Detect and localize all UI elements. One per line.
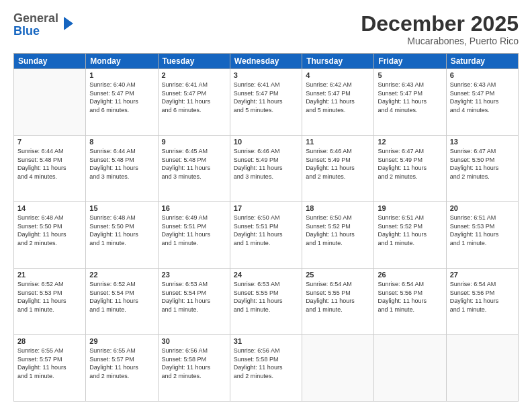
- day-info: Sunrise: 6:40 AM Sunset: 5:47 PM Dayligh…: [89, 81, 154, 114]
- day-info: Sunrise: 6:55 AM Sunset: 5:57 PM Dayligh…: [17, 347, 82, 380]
- day-info: Sunrise: 6:50 AM Sunset: 5:52 PM Dayligh…: [306, 214, 370, 247]
- weekday-header-wednesday: Wednesday: [230, 54, 302, 69]
- day-cell: 29Sunrise: 6:55 AM Sunset: 5:57 PM Dayli…: [86, 335, 158, 402]
- day-info: Sunrise: 6:46 AM Sunset: 5:49 PM Dayligh…: [234, 147, 298, 181]
- day-cell: 24Sunrise: 6:53 AM Sunset: 5:55 PM Dayli…: [230, 269, 302, 335]
- week-row-5: 28Sunrise: 6:55 AM Sunset: 5:57 PM Dayli…: [14, 335, 519, 402]
- day-cell: 19Sunrise: 6:51 AM Sunset: 5:52 PM Dayli…: [374, 202, 446, 269]
- day-info: Sunrise: 6:52 AM Sunset: 5:53 PM Dayligh…: [17, 280, 82, 314]
- title-area: December 2025 Mucarabones, Puerto Rico: [361, 12, 519, 46]
- day-info: Sunrise: 6:43 AM Sunset: 5:47 PM Dayligh…: [450, 81, 515, 114]
- day-cell: [446, 335, 518, 402]
- day-cell: 27Sunrise: 6:54 AM Sunset: 5:56 PM Dayli…: [446, 269, 518, 335]
- calendar-table: SundayMondayTuesdayWednesdayThursdayFrid…: [13, 53, 519, 402]
- day-info: Sunrise: 6:54 AM Sunset: 5:56 PM Dayligh…: [450, 280, 515, 314]
- day-cell: 8Sunrise: 6:44 AM Sunset: 5:48 PM Daylig…: [86, 136, 158, 202]
- day-cell: 13Sunrise: 6:47 AM Sunset: 5:50 PM Dayli…: [446, 136, 518, 202]
- day-info: Sunrise: 6:52 AM Sunset: 5:54 PM Dayligh…: [89, 280, 154, 314]
- day-info: Sunrise: 6:44 AM Sunset: 5:48 PM Dayligh…: [17, 147, 82, 181]
- day-number: 4: [306, 71, 370, 79]
- day-info: Sunrise: 6:44 AM Sunset: 5:48 PM Dayligh…: [89, 147, 154, 181]
- day-cell: 7Sunrise: 6:44 AM Sunset: 5:48 PM Daylig…: [14, 136, 86, 202]
- day-info: Sunrise: 6:53 AM Sunset: 5:54 PM Dayligh…: [162, 280, 226, 314]
- day-cell: 5Sunrise: 6:43 AM Sunset: 5:47 PM Daylig…: [374, 69, 446, 136]
- day-number: 16: [162, 204, 226, 212]
- day-cell: 1Sunrise: 6:40 AM Sunset: 5:47 PM Daylig…: [86, 69, 158, 136]
- day-number: 14: [17, 204, 82, 212]
- day-number: 12: [378, 138, 442, 146]
- day-cell: 3Sunrise: 6:41 AM Sunset: 5:47 PM Daylig…: [230, 69, 302, 136]
- weekday-header-friday: Friday: [374, 54, 446, 69]
- location: Mucarabones, Puerto Rico: [361, 36, 519, 46]
- day-number: 26: [378, 271, 442, 279]
- page: General Blue December 2025 Mucarabones, …: [0, 0, 532, 411]
- week-row-2: 7Sunrise: 6:44 AM Sunset: 5:48 PM Daylig…: [14, 136, 519, 202]
- week-row-1: 1Sunrise: 6:40 AM Sunset: 5:47 PM Daylig…: [14, 69, 519, 136]
- day-cell: 4Sunrise: 6:42 AM Sunset: 5:47 PM Daylig…: [302, 69, 374, 136]
- day-number: 24: [234, 271, 298, 279]
- day-cell: 15Sunrise: 6:48 AM Sunset: 5:50 PM Dayli…: [86, 202, 158, 269]
- day-cell: [374, 335, 446, 402]
- day-cell: 6Sunrise: 6:43 AM Sunset: 5:47 PM Daylig…: [446, 69, 518, 136]
- day-cell: 12Sunrise: 6:47 AM Sunset: 5:49 PM Dayli…: [374, 136, 446, 202]
- day-number: 7: [17, 138, 82, 146]
- day-cell: 20Sunrise: 6:51 AM Sunset: 5:53 PM Dayli…: [446, 202, 518, 269]
- weekday-header-row: SundayMondayTuesdayWednesdayThursdayFrid…: [14, 54, 519, 69]
- day-info: Sunrise: 6:56 AM Sunset: 5:58 PM Dayligh…: [234, 347, 298, 380]
- day-cell: 10Sunrise: 6:46 AM Sunset: 5:49 PM Dayli…: [230, 136, 302, 202]
- day-number: 21: [17, 271, 82, 279]
- day-cell: 16Sunrise: 6:49 AM Sunset: 5:51 PM Dayli…: [158, 202, 230, 269]
- day-info: Sunrise: 6:47 AM Sunset: 5:50 PM Dayligh…: [450, 147, 515, 181]
- day-info: Sunrise: 6:45 AM Sunset: 5:48 PM Dayligh…: [162, 147, 226, 181]
- day-number: 17: [234, 204, 298, 212]
- day-info: Sunrise: 6:42 AM Sunset: 5:47 PM Dayligh…: [306, 81, 370, 114]
- day-info: Sunrise: 6:41 AM Sunset: 5:47 PM Dayligh…: [234, 81, 298, 114]
- day-number: 27: [450, 271, 515, 279]
- day-cell: 18Sunrise: 6:50 AM Sunset: 5:52 PM Dayli…: [302, 202, 374, 269]
- day-cell: 25Sunrise: 6:54 AM Sunset: 5:55 PM Dayli…: [302, 269, 374, 335]
- day-info: Sunrise: 6:47 AM Sunset: 5:49 PM Dayligh…: [378, 147, 442, 181]
- day-number: 6: [450, 71, 515, 79]
- day-number: 22: [89, 271, 154, 279]
- day-info: Sunrise: 6:41 AM Sunset: 5:47 PM Dayligh…: [162, 81, 226, 114]
- day-number: 20: [450, 204, 515, 212]
- day-cell: 11Sunrise: 6:46 AM Sunset: 5:49 PM Dayli…: [302, 136, 374, 202]
- day-number: 31: [234, 337, 298, 345]
- day-cell: 31Sunrise: 6:56 AM Sunset: 5:58 PM Dayli…: [230, 335, 302, 402]
- day-info: Sunrise: 6:55 AM Sunset: 5:57 PM Dayligh…: [89, 347, 154, 380]
- logo-general: General: [13, 12, 58, 25]
- day-info: Sunrise: 6:56 AM Sunset: 5:58 PM Dayligh…: [162, 347, 226, 380]
- day-cell: 9Sunrise: 6:45 AM Sunset: 5:48 PM Daylig…: [158, 136, 230, 202]
- day-info: Sunrise: 6:48 AM Sunset: 5:50 PM Dayligh…: [17, 214, 82, 247]
- day-cell: 2Sunrise: 6:41 AM Sunset: 5:47 PM Daylig…: [158, 69, 230, 136]
- week-row-4: 21Sunrise: 6:52 AM Sunset: 5:53 PM Dayli…: [14, 269, 519, 335]
- day-number: 18: [306, 204, 370, 212]
- day-info: Sunrise: 6:46 AM Sunset: 5:49 PM Dayligh…: [306, 147, 370, 181]
- day-number: 30: [162, 337, 226, 345]
- day-number: 19: [378, 204, 442, 212]
- day-cell: 14Sunrise: 6:48 AM Sunset: 5:50 PM Dayli…: [14, 202, 86, 269]
- day-info: Sunrise: 6:51 AM Sunset: 5:52 PM Dayligh…: [378, 214, 442, 247]
- day-number: 1: [89, 71, 154, 79]
- day-info: Sunrise: 6:54 AM Sunset: 5:55 PM Dayligh…: [306, 280, 370, 314]
- day-info: Sunrise: 6:49 AM Sunset: 5:51 PM Dayligh…: [162, 214, 226, 247]
- day-info: Sunrise: 6:51 AM Sunset: 5:53 PM Dayligh…: [450, 214, 515, 247]
- weekday-header-thursday: Thursday: [302, 54, 374, 69]
- weekday-header-sunday: Sunday: [14, 54, 86, 69]
- svg-marker-0: [64, 17, 73, 30]
- logo: General Blue: [13, 12, 76, 38]
- day-number: 29: [89, 337, 154, 345]
- weekday-header-tuesday: Tuesday: [158, 54, 230, 69]
- day-number: 2: [162, 71, 226, 79]
- day-number: 15: [89, 204, 154, 212]
- day-info: Sunrise: 6:50 AM Sunset: 5:51 PM Dayligh…: [234, 214, 298, 247]
- day-number: 8: [89, 138, 154, 146]
- day-cell: 22Sunrise: 6:52 AM Sunset: 5:54 PM Dayli…: [86, 269, 158, 335]
- month-title: December 2025: [361, 12, 519, 36]
- logo-blue: Blue: [13, 25, 58, 38]
- day-info: Sunrise: 6:43 AM Sunset: 5:47 PM Dayligh…: [378, 81, 442, 114]
- logo-icon: [61, 14, 76, 33]
- day-number: 3: [234, 71, 298, 79]
- week-row-3: 14Sunrise: 6:48 AM Sunset: 5:50 PM Dayli…: [14, 202, 519, 269]
- day-number: 11: [306, 138, 370, 146]
